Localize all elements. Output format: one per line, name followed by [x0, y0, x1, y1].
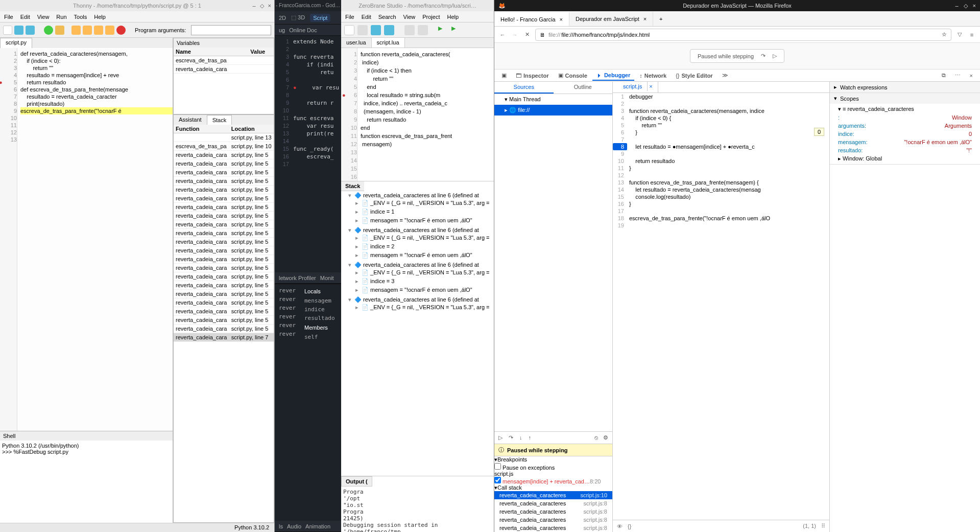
zb-replace-icon[interactable]: [418, 25, 428, 35]
tree-main-thread[interactable]: ▾ Main Thread: [494, 94, 612, 105]
menu-icon[interactable]: ≡: [968, 31, 976, 39]
scope-name[interactable]: reverta_cadeia_caracteres: [848, 106, 914, 112]
step-into-icon[interactable]: [83, 26, 92, 35]
zb-menu-edit[interactable]: Edit: [362, 14, 371, 20]
src-tab-scriptjs[interactable]: script.js ×: [613, 82, 658, 92]
zb-run-icon[interactable]: ▶: [438, 25, 448, 35]
settings-icon[interactable]: ⚙: [603, 434, 608, 441]
chevron-right-icon[interactable]: ▸: [834, 84, 837, 90]
ff-tab-0[interactable]: Hello! - Franco Garcia ×: [494, 12, 569, 26]
bp-file[interactable]: script.js: [494, 471, 612, 477]
subtab-sources[interactable]: Sources: [494, 82, 554, 94]
thonny-menu-run[interactable]: Run: [56, 14, 66, 20]
assistant-tab[interactable]: Assistant: [174, 115, 207, 125]
devtab-style[interactable]: {} Style Editor: [672, 71, 716, 80]
debug-icon[interactable]: [55, 26, 64, 35]
ff-new-tab[interactable]: +: [653, 12, 668, 26]
save-file-icon[interactable]: [26, 26, 35, 35]
disable-bp-icon[interactable]: ⦸: [594, 434, 598, 441]
program-arguments-input[interactable]: [191, 25, 271, 35]
ff-tab-1[interactable]: Depurador em JavaScript ×: [569, 12, 653, 26]
pocket-icon[interactable]: ▽: [955, 31, 964, 39]
editor-tab-scriptpy[interactable]: script.py: [0, 38, 32, 48]
zb-tab-userlua[interactable]: user.lua: [341, 38, 372, 48]
close-icon[interactable]: ×: [973, 3, 976, 9]
maximize-icon[interactable]: ◇: [964, 3, 968, 9]
close-icon[interactable]: ×: [643, 16, 647, 22]
close-icon[interactable]: ×: [560, 16, 563, 22]
thonny-menu-tools[interactable]: Tools: [74, 14, 87, 20]
zb-tab-scriptlua[interactable]: script.lua: [372, 38, 405, 48]
forward-icon[interactable]: →: [511, 31, 519, 39]
thonny-menu-help[interactable]: Help: [94, 14, 106, 20]
godot-bt-anim[interactable]: Animation: [305, 523, 330, 529]
url-input[interactable]: 🗎 file:// file:///home/franco/tmp/js/ind…: [535, 29, 951, 41]
resume-icon[interactable]: [105, 26, 114, 35]
step-into-icon[interactable]: ↓: [519, 434, 522, 441]
zb-saveall-icon[interactable]: [384, 25, 394, 35]
godot-subtab-docs[interactable]: Online Doc: [289, 27, 317, 33]
devtab-console[interactable]: ▣ Console: [554, 71, 591, 80]
braces-icon[interactable]: {}: [628, 523, 631, 529]
zb-open-icon[interactable]: [357, 25, 368, 35]
stop-icon[interactable]: ✕: [523, 31, 531, 39]
more-icon[interactable]: ⋯: [951, 71, 965, 80]
zb-menu-search[interactable]: Search: [378, 14, 396, 20]
run-icon[interactable]: [44, 26, 53, 35]
zb-debug-run-icon[interactable]: ▶: [451, 25, 462, 35]
devtab-more-icon[interactable]: ≫: [718, 71, 732, 80]
zb-new-icon[interactable]: [344, 25, 354, 35]
thonny-code[interactable]: def reverta_cadeia_caracteres(mensagem, …: [20, 48, 173, 114]
zb-menu-view[interactable]: View: [403, 14, 416, 20]
godot-monitor-tab[interactable]: Monit: [320, 275, 334, 281]
minimize-icon[interactable]: –: [955, 3, 958, 9]
zb-code[interactable]: function reverta_cadeia_caracteres( indi…: [361, 48, 494, 148]
zb-menu-file[interactable]: File: [345, 14, 354, 20]
dock-icon[interactable]: ⧉: [938, 71, 950, 80]
godot-bt-ls[interactable]: ls: [279, 523, 283, 529]
godot-nwprofiler-tab[interactable]: letwork Profiler: [279, 275, 316, 281]
open-file-icon[interactable]: [14, 26, 23, 35]
watch-eye-icon[interactable]: 👁: [617, 523, 623, 529]
back-icon[interactable]: ←: [498, 31, 507, 39]
maximize-icon[interactable]: ◇: [260, 3, 264, 9]
step-over-icon[interactable]: ↷: [509, 434, 513, 441]
scope-window[interactable]: Window: Global: [843, 155, 882, 161]
godot-code[interactable]: 1extends Node23func reverta4 if (indi5 r…: [275, 36, 341, 272]
thonny-menu-edit[interactable]: Edit: [20, 14, 30, 20]
thonny-menu-file[interactable]: File: [4, 14, 13, 20]
subtab-outline[interactable]: Outline: [554, 82, 613, 94]
godot-subtab-debug[interactable]: ug: [279, 27, 285, 33]
star-icon[interactable]: ☆: [942, 31, 947, 38]
step-over-icon[interactable]: ↷: [761, 53, 766, 59]
devtool-pick-icon[interactable]: ▣: [497, 71, 511, 80]
zb-stack-tree[interactable]: ▾🔷 reverta_cadeia_caracteres at line 6 (…: [341, 191, 494, 313]
map-icon[interactable]: ⠿: [821, 523, 825, 529]
thonny-menu-view[interactable]: View: [37, 14, 50, 20]
zb-save-icon[interactable]: [371, 25, 381, 35]
zb-find-icon[interactable]: [404, 25, 415, 35]
shell-content[interactable]: Python 3.10.2 (/usr/bin/python)>>> %Fast…: [0, 441, 173, 457]
godot-tab-3d[interactable]: ⬚ 3D: [291, 14, 305, 21]
devtab-inspector[interactable]: 🗔 Inspector: [512, 71, 553, 80]
godot-tab-2d[interactable]: 2D: [279, 15, 286, 21]
godot-tab-script[interactable]: Script: [310, 14, 330, 22]
new-file-icon[interactable]: [3, 26, 12, 35]
zb-menu-project[interactable]: Project: [422, 14, 440, 20]
minimize-icon[interactable]: –: [252, 3, 255, 9]
pause-on-exceptions-checkbox[interactable]: [494, 463, 501, 470]
zb-menu-help[interactable]: Help: [447, 14, 459, 20]
step-out-icon[interactable]: ↑: [529, 434, 532, 441]
stop-icon[interactable]: [116, 26, 126, 35]
resume-icon[interactable]: ▷: [773, 53, 777, 59]
godot-bt-audio[interactable]: Audio: [287, 523, 301, 529]
ff-source-code[interactable]: 1debugger23function reverta_cadeia_carac…: [613, 93, 829, 520]
devtab-network[interactable]: ↕ Network: [635, 71, 671, 80]
bp-checkbox[interactable]: [494, 477, 501, 483]
devtab-debugger[interactable]: ⏵ Debugger: [592, 71, 634, 81]
resume-icon[interactable]: ▷: [498, 434, 503, 441]
close-icon[interactable]: ×: [268, 3, 271, 9]
chevron-down-icon[interactable]: ▾: [834, 95, 837, 102]
stack-tab[interactable]: Stack: [207, 115, 232, 125]
step-over-icon[interactable]: [71, 26, 81, 35]
